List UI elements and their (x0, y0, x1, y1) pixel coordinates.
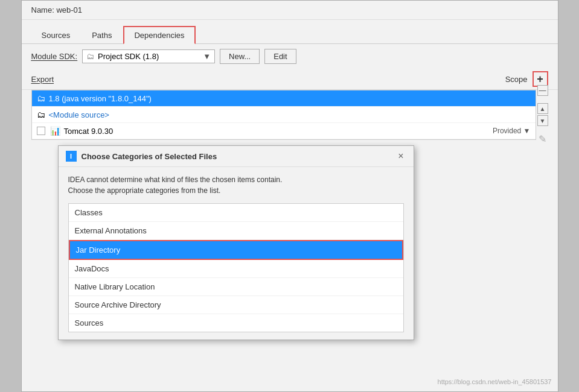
modal-title: Choose Categories of Selected Files (82, 152, 396, 161)
modal-desc-line1: IDEA cannot determine what kind of files… (68, 175, 283, 184)
categories-list: Classes External Annotations Jar Directo… (68, 203, 404, 332)
category-javadocs[interactable]: JavaDocs (69, 260, 403, 278)
modal-icon: I (66, 151, 77, 162)
modal-desc-line2: Choose the appropriate categories from t… (68, 186, 221, 195)
category-external-annotations[interactable]: External Annotations (69, 222, 403, 240)
category-jar-directory[interactable]: Jar Directory (69, 240, 403, 260)
category-classes[interactable]: Classes (69, 204, 403, 222)
category-sources[interactable]: Sources (69, 314, 403, 332)
modal-close-button[interactable]: × (395, 151, 406, 162)
modal-description: IDEA cannot determine what kind of files… (68, 174, 404, 196)
choose-categories-modal: I Choose Categories of Selected Files × … (58, 145, 414, 340)
main-panel: Name: web-01 Sources Paths Dependencies … (21, 0, 558, 392)
category-native-library[interactable]: Native Library Location (69, 278, 403, 296)
category-source-archive[interactable]: Source Archive Directory (69, 296, 403, 314)
modal-body: IDEA cannot determine what kind of files… (59, 167, 414, 340)
modal-header: I Choose Categories of Selected Files × (59, 146, 414, 167)
